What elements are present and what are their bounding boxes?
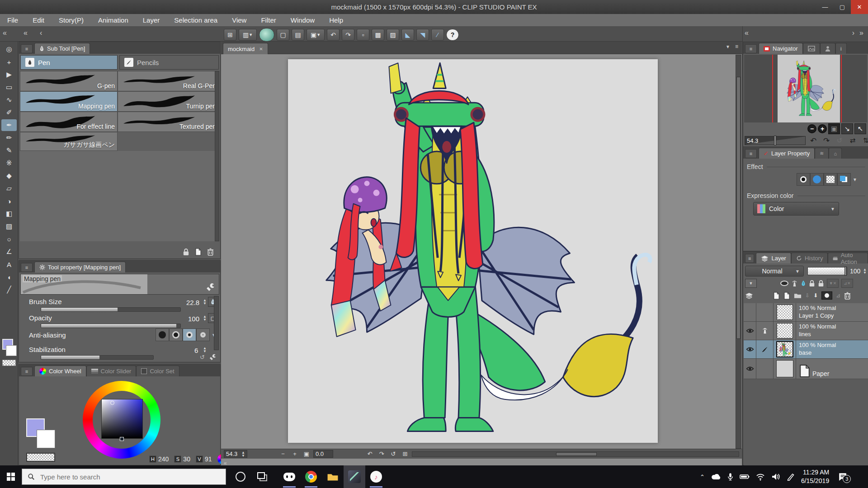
layer-name[interactable]: Paper	[812, 370, 829, 378]
navigator-rotate-right-icon[interactable]: ↷	[821, 135, 832, 146]
collapse-left-icon[interactable]: «	[24, 29, 28, 37]
navigator-fit-button[interactable]: ▣	[828, 123, 840, 134]
transfer-to-lower-layer-icon[interactable]: ⇩	[805, 292, 810, 299]
layer-row-layer1-copy[interactable]: 100 % Normal Layer 1 Copy	[744, 303, 868, 322]
layer-opacity-slider[interactable]	[807, 267, 847, 275]
ruler-tool[interactable]: ∠	[1, 246, 17, 258]
navigator-reset-rotation-icon[interactable]: ↺	[834, 135, 845, 146]
visibility-eye-icon[interactable]	[744, 340, 756, 358]
microphone-icon[interactable]	[727, 473, 733, 481]
canvas-vscrollbar[interactable]	[736, 55, 741, 449]
layer-property-menu-icon[interactable]: ≡	[745, 149, 757, 158]
subtool-group-tab-pen[interactable]: Pen	[20, 55, 118, 70]
taskbar-clock[interactable]: 11:29 AM 6/15/2019	[801, 468, 829, 485]
balloon-tool[interactable]: ◖	[1, 271, 17, 283]
cortana-button[interactable]	[230, 465, 251, 488]
lock-subtool-icon[interactable]	[183, 248, 189, 256]
text-tool[interactable]: A	[1, 258, 17, 270]
tool-property-tab[interactable]: Tool property [Mapping pen]	[34, 262, 126, 272]
visibility-eye-icon[interactable]	[744, 359, 756, 379]
discord-icon[interactable]	[278, 465, 300, 488]
brush-textured-pen[interactable]: Textured pen	[118, 112, 219, 132]
right-next-icon[interactable]: »	[859, 29, 863, 37]
stabilization-slider[interactable]	[41, 355, 154, 360]
sub-color-swatch[interactable]	[6, 345, 17, 356]
snap-grid-button[interactable]: ∕	[431, 29, 444, 41]
canvas-artwork[interactable]	[288, 59, 658, 443]
color-panel-menu-icon[interactable]: ≡	[21, 367, 33, 376]
menu-view[interactable]: View	[225, 14, 254, 26]
clip-studio-taskbar-icon[interactable]	[344, 465, 365, 488]
fill-tool[interactable]: ◧	[1, 208, 17, 220]
enable-mask-icon[interactable]: ▼✕	[827, 279, 839, 288]
brush-tool[interactable]: ✎	[1, 145, 17, 156]
delete-layer-icon[interactable]	[844, 292, 851, 300]
tone-tab[interactable]: ≋	[815, 148, 829, 159]
brush-g-pen[interactable]: G-pen	[20, 71, 118, 91]
opacity-slider[interactable]	[41, 324, 181, 328]
document-tab-close-icon[interactable]: ✕	[259, 47, 263, 52]
navigator-flip-vertical-icon[interactable]: ⇅	[860, 135, 868, 146]
itunes-icon[interactable]: ♪	[365, 465, 387, 488]
onedrive-icon[interactable]	[711, 474, 721, 480]
clip-studio-logo[interactable]	[259, 28, 274, 42]
selection-border-button[interactable]: ▨	[387, 29, 399, 41]
lock-transparent-pixel-icon[interactable]	[818, 280, 824, 287]
menu-animation[interactable]: Animation	[91, 14, 136, 26]
lock-layer-icon[interactable]	[809, 280, 815, 287]
value-value[interactable]: 91	[205, 455, 212, 463]
information-tab[interactable]: i	[835, 43, 847, 54]
menu-file[interactable]: File	[0, 14, 25, 26]
reset-tool-icon[interactable]: ↺	[200, 354, 205, 361]
brush-gasagasa-pen[interactable]: ガサガサ線画ペン	[20, 132, 118, 151]
action-center-button[interactable]: 3	[838, 472, 847, 481]
menu-story[interactable]: Story(P)	[52, 14, 91, 26]
status-rotate-right-icon[interactable]: ↷	[377, 450, 387, 458]
new-raster-layer-icon[interactable]	[773, 292, 780, 300]
back-arrow-icon[interactable]: ‹	[40, 29, 42, 37]
create-mask-icon[interactable]	[821, 291, 832, 300]
task-view-button[interactable]	[251, 465, 273, 488]
visibility-cell[interactable]	[744, 303, 756, 321]
blend-tool[interactable]: ◑	[1, 195, 17, 207]
right-prev-icon[interactable]: ›	[852, 29, 854, 37]
help-button[interactable]: ?	[446, 29, 459, 41]
gradient-tool[interactable]: ▨	[1, 221, 17, 232]
navigator-zoom-in-icon[interactable]: +	[818, 124, 827, 133]
visibility-eye-icon[interactable]	[744, 322, 756, 340]
navigator-tab[interactable]: Navigator	[759, 43, 803, 54]
layer-panel-menu-icon[interactable]: ≡	[745, 254, 754, 263]
stabilization-value[interactable]: 6	[194, 347, 198, 354]
navigator-zoom-100-button[interactable]: ↘	[841, 123, 853, 134]
expression-color-dropdown[interactable]: Color ▼	[753, 202, 839, 216]
antialias-middle-button[interactable]	[183, 328, 196, 341]
antialias-weak-button[interactable]	[169, 328, 183, 341]
deselect-button[interactable]: ▫	[357, 29, 369, 41]
menu-selection-area[interactable]: Selection area	[167, 14, 225, 26]
history-tab[interactable]: History	[791, 253, 828, 263]
navigator-menu-icon[interactable]: ≡	[745, 44, 757, 53]
eyedropper-tool[interactable]: ✐	[1, 107, 17, 118]
navigator-rotate-left-icon[interactable]: ↶	[807, 135, 819, 146]
status-zoom-in-icon[interactable]: +	[290, 450, 300, 458]
network-icon[interactable]	[756, 473, 765, 481]
menu-filter[interactable]: Filter	[254, 14, 283, 26]
tool-property-menu-icon[interactable]: ≡	[21, 263, 33, 272]
pen-tool[interactable]: ✒	[1, 119, 17, 131]
line-correction-tool[interactable]: ╱	[1, 284, 17, 296]
navigator-zoom-value[interactable]: 54.3	[747, 137, 758, 144]
quick-share-tab[interactable]	[820, 43, 835, 54]
navigator-zoom-slider[interactable]: 54.3	[745, 136, 806, 145]
workspace-button[interactable]: ⊞	[224, 29, 236, 41]
sv-marker[interactable]	[110, 401, 114, 405]
move-tool[interactable]: +	[1, 56, 17, 68]
status-fit-icon[interactable]: ▣	[302, 450, 311, 458]
blend-mode-dropdown[interactable]: Normal ▼	[745, 266, 804, 277]
volume-icon[interactable]	[771, 473, 780, 480]
reference-layer-icon[interactable]	[791, 280, 798, 287]
snap-ruler-button[interactable]: ◣	[401, 29, 414, 41]
layer-tab[interactable]: Layer	[756, 253, 791, 263]
brush-size-value[interactable]: 22.8	[186, 299, 199, 306]
canvas-settings-button[interactable]: ▥▼	[239, 29, 257, 41]
layer-row-paper[interactable]: Paper	[744, 359, 868, 379]
